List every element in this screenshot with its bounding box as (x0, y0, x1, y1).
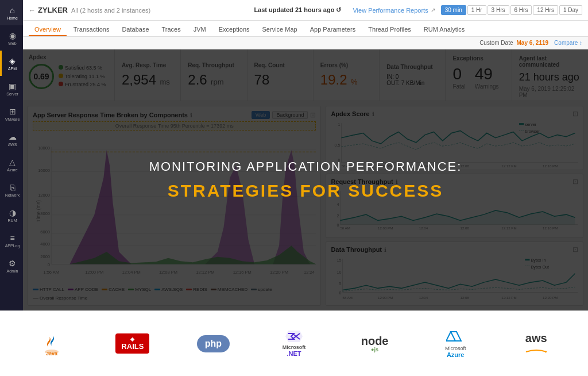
tab-service-map[interactable]: Service Map (257, 24, 303, 36)
logo-azure: Microsoft Azure (415, 329, 496, 358)
azure-badge: Microsoft Azure (445, 329, 466, 358)
time-btn-1day[interactable]: 1 Day (559, 5, 582, 15)
view-perf-link[interactable]: View Performance Reports (353, 7, 428, 14)
svg-marker-78 (451, 332, 461, 341)
java-logo-svg: Java (41, 331, 62, 356)
aws-nav-icon: ☁ (9, 132, 17, 141)
dotnet-badge: Microsoft .NET (283, 331, 306, 357)
sidebar-item-server[interactable]: ▣ Server (0, 76, 23, 101)
logo-dotnet: Microsoft .NET (254, 331, 335, 357)
time-range-buttons: 30 min 1 Hr 3 Hrs 6 Hrs 12 Hrs 1 Day (441, 5, 582, 15)
last-updated: Last updated 21 hours ago ↺ (254, 6, 341, 14)
tab-jvm[interactable]: JVM (188, 24, 212, 36)
tab-overview[interactable]: Overview (29, 24, 67, 36)
app-subtitle: All (2 hosts and 2 instances) (71, 7, 150, 14)
logo-php: php (173, 335, 254, 352)
tab-database[interactable]: Database (116, 24, 154, 36)
sidebar-item-azure[interactable]: △ Azure (0, 152, 23, 177)
logo-aws: aws (496, 332, 577, 355)
rails-badge: ◆ RAILS (115, 333, 149, 354)
date-value[interactable]: May 6, 2119 (516, 40, 548, 46)
admin-icon: ⚙ (9, 259, 16, 268)
tab-thread-profiles[interactable]: Thread Profiles (362, 24, 417, 36)
network-icon: ⎘ (10, 183, 15, 192)
svg-line-79 (446, 332, 451, 341)
azure-logo-svg (446, 329, 465, 343)
svg-marker-75 (285, 331, 303, 342)
nodejs-badge: node ●js (361, 335, 389, 352)
overlay-title: Monitoring Application Performance: (149, 159, 462, 174)
azure-nav-icon: △ (9, 158, 16, 167)
tab-traces[interactable]: Traces (156, 24, 187, 36)
tab-app-parameters[interactable]: App Parameters (304, 24, 361, 36)
php-badge: php (197, 335, 230, 352)
home-icon: ⌂ (10, 6, 14, 15)
aws-arrow-svg (525, 347, 548, 353)
sidebar-item-vmware[interactable]: ⊞ VMware (0, 101, 23, 126)
sidebar-item-rum[interactable]: ◑ RUM (0, 202, 23, 228)
compare-button[interactable]: Compare ↕ (554, 40, 582, 46)
aws-badge: aws (525, 332, 548, 355)
web-icon: ◉ (9, 31, 16, 40)
logos-bar: Java ◆ RAILS php Microsoft .NET node ●js (0, 310, 588, 376)
datebar: Custom Date May 6, 2119 Compare ↕ (23, 37, 588, 49)
external-link-icon: ↗ (431, 7, 435, 13)
custom-date-label: Custom Date (479, 40, 513, 46)
time-btn-6hrs[interactable]: 6 Hrs (510, 5, 532, 15)
time-btn-1hr[interactable]: 1 Hr (467, 5, 486, 15)
sidebar-item-home[interactable]: ⌂ Home (0, 0, 23, 25)
refresh-button[interactable]: ↺ (336, 6, 341, 13)
vmware-icon: ⊞ (9, 107, 16, 116)
rum-icon: ◑ (9, 208, 16, 217)
apm-icon: ◈ (9, 56, 16, 66)
tab-exceptions[interactable]: Exceptions (213, 24, 256, 36)
applog-icon: ≡ (10, 233, 14, 243)
back-button[interactable]: ← (29, 6, 36, 14)
nav-tabs: Overview Transactions Database Traces JV… (23, 21, 588, 37)
tab-transactions[interactable]: Transactions (68, 24, 115, 36)
sidebar: ⌂ Home ◉ Web ◈ APM ▣ Server ⊞ VMware ☁ A… (0, 0, 23, 310)
logo-rails: ◆ RAILS (92, 333, 173, 354)
tab-rum-analytics[interactable]: RUM Analytics (418, 24, 471, 36)
overlay-subtitle: Strategies for Success (168, 181, 444, 201)
sidebar-item-network[interactable]: ⎘ Network (0, 177, 23, 202)
server-icon: ▣ (9, 82, 16, 91)
dotnet-logo-svg (285, 331, 303, 342)
sidebar-item-admin[interactable]: ⚙ Admin (0, 253, 23, 278)
logo-nodejs: node ●js (334, 335, 415, 352)
sidebar-item-aws[interactable]: ☁ AWS (0, 126, 23, 152)
topbar: ← ZYLKER All (2 hosts and 2 instances) L… (23, 0, 588, 21)
svg-text:Java: Java (46, 351, 58, 356)
sidebar-item-web[interactable]: ◉ Web (0, 25, 23, 51)
time-btn-30min[interactable]: 30 min (441, 5, 466, 15)
sidebar-item-applog[interactable]: ≡ APPLog (0, 228, 23, 253)
app-name: ZYLKER (38, 6, 68, 14)
time-btn-3hrs[interactable]: 3 Hrs (488, 5, 509, 15)
overlay: Monitoring Application Performance: Stra… (23, 49, 588, 310)
sidebar-item-apm[interactable]: ◈ APM (0, 51, 23, 76)
logo-java: Java (11, 331, 92, 356)
time-btn-12hrs[interactable]: 12 Hrs (533, 5, 558, 15)
